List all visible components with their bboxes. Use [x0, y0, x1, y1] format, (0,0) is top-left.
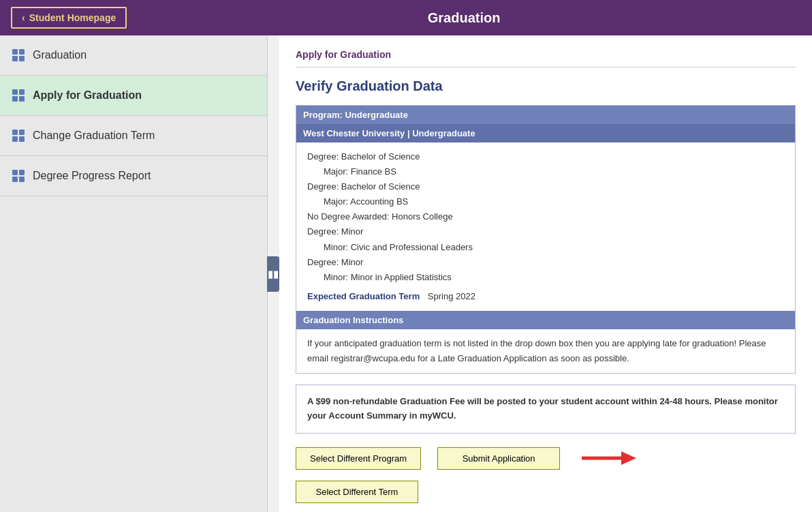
sidebar-item-change-graduation-term[interactable]: Change Graduation Term — [0, 116, 267, 156]
breadcrumb: Apply for Graduation — [296, 49, 796, 67]
degree-line-4: Major: Accounting BS — [307, 194, 784, 209]
degree-info-content: Degree: Bachelor of Science Major: Finan… — [296, 142, 795, 311]
svg-rect-8 — [12, 130, 18, 135]
degree-line-3: Degree: Bachelor of Science — [307, 179, 784, 194]
back-button-label: Student Homepage — [29, 12, 116, 23]
degree-line-7: Minor: Civic and Professional Leaders — [307, 240, 784, 255]
sidebar-degree-progress-label: Degree Progress Report — [33, 170, 151, 182]
instructions-header: Graduation Instructions — [296, 311, 795, 329]
svg-rect-4 — [12, 89, 18, 95]
sidebar: Graduation Apply for Graduation — [0, 35, 268, 512]
apply-graduation-icon — [11, 88, 26, 103]
degree-line-6: Degree: Minor — [307, 224, 784, 239]
program-header: Program: Undergraduate — [296, 106, 795, 124]
svg-rect-10 — [12, 136, 18, 142]
collapse-icon: ▮▮ — [268, 269, 279, 280]
sidebar-item-graduation[interactable]: Graduation — [0, 35, 267, 76]
expected-term-label: Expected Graduation Term — [307, 291, 420, 301]
buttons-row-1: Select Different Program Submit Applicat… — [296, 447, 796, 470]
select-different-term-button[interactable]: Select Different Term — [296, 481, 418, 503]
svg-rect-11 — [19, 136, 25, 142]
app-header: ‹ Student Homepage Graduation — [0, 0, 812, 35]
svg-rect-2 — [12, 56, 18, 61]
svg-rect-6 — [12, 96, 18, 102]
main-content: Apply for Graduation Verify Graduation D… — [279, 35, 812, 512]
instructions-content: If your anticipated graduation term is n… — [296, 329, 795, 373]
change-term-icon — [11, 128, 26, 143]
header-title: Graduation — [127, 10, 801, 26]
degree-progress-icon — [11, 168, 26, 183]
svg-rect-7 — [19, 96, 25, 102]
svg-rect-13 — [19, 170, 25, 175]
fee-notice: A $99 non-refundable Graduation Fee will… — [296, 385, 796, 434]
degree-line-8: Degree: Minor — [307, 255, 784, 270]
sidebar-item-degree-progress-report[interactable]: Degree Progress Report — [0, 156, 267, 196]
sidebar-apply-label: Apply for Graduation — [33, 89, 142, 102]
svg-rect-0 — [12, 49, 18, 55]
instructions-text: If your anticipated graduation term is n… — [307, 338, 766, 363]
page-title: Verify Graduation Data — [296, 78, 796, 94]
collapse-handle[interactable]: ▮▮ — [267, 256, 279, 292]
svg-rect-9 — [19, 130, 25, 135]
buttons-row-2: Select Different Term — [296, 481, 796, 503]
university-header: West Chester University | Undergraduate — [296, 124, 795, 142]
graduation-icon — [11, 48, 26, 63]
sidebar-change-term-label: Change Graduation Term — [33, 130, 155, 142]
back-arrow-icon: ‹ — [22, 12, 25, 23]
expected-term-value: Spring 2022 — [428, 291, 475, 301]
back-button[interactable]: ‹ Student Homepage — [11, 7, 127, 29]
red-arrow-indicator — [582, 449, 636, 468]
degree-line-9: Minor: Minor in Applied Statistics — [307, 270, 784, 285]
svg-rect-1 — [19, 49, 25, 55]
svg-rect-15 — [19, 177, 25, 182]
degree-line-5: No Degree Awarded: Honors College — [307, 209, 784, 224]
svg-rect-12 — [12, 170, 18, 175]
main-layout: Graduation Apply for Graduation — [0, 35, 812, 512]
expected-graduation-term: Expected Graduation Term Spring 2022 — [307, 289, 784, 304]
submit-application-button[interactable]: Submit Application — [437, 447, 560, 470]
degree-line-1: Degree: Bachelor of Science — [307, 149, 784, 164]
sidebar-graduation-label: Graduation — [33, 49, 87, 61]
sidebar-item-apply-for-graduation[interactable]: Apply for Graduation — [0, 76, 267, 116]
program-info-block: Program: Undergraduate West Chester Univ… — [296, 105, 796, 374]
degree-line-2: Major: Finance BS — [307, 164, 784, 179]
select-different-program-button[interactable]: Select Different Program — [296, 447, 421, 470]
svg-rect-14 — [12, 177, 18, 182]
svg-rect-3 — [19, 56, 25, 61]
svg-rect-5 — [19, 89, 25, 95]
svg-marker-17 — [621, 451, 636, 465]
